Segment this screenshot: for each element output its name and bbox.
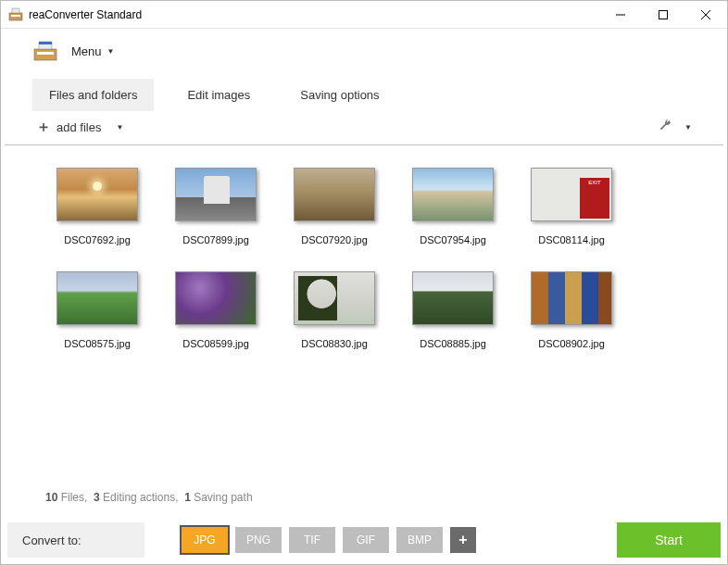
tab-files-and-folders[interactable]: Files and folders [32, 79, 154, 111]
file-name: DSC08885.jpg [407, 338, 499, 349]
thumbnail-image [56, 271, 138, 325]
tab-edit-images[interactable]: Edit images [170, 79, 267, 111]
file-name: DSC07920.jpg [288, 234, 381, 245]
tabs: Files and folders Edit images Saving opt… [1, 79, 727, 111]
file-name: DSC08575.jpg [51, 338, 144, 349]
thumbnail-grid: DSC07692.jpg DSC07899.jpg DSC07920.jpg D… [1, 145, 727, 358]
caret-down-icon: ▼ [107, 47, 115, 56]
thumbnail-image [175, 168, 257, 221]
file-thumbnail[interactable]: DSC07920.jpg [288, 168, 381, 245]
add-format-button[interactable]: + [450, 527, 476, 553]
menubar: Menu ▼ [1, 29, 727, 73]
thumbnail-image [175, 271, 257, 325]
thumbnail-image [56, 168, 138, 221]
status-line: 10 Files, 3 Editing actions, 1 Saving pa… [1, 482, 297, 513]
format-jpg-button[interactable]: JPG [182, 527, 228, 553]
maximize-button[interactable] [642, 1, 684, 28]
file-name: DSC08830.jpg [288, 338, 381, 349]
thumbnail-image [531, 168, 612, 221]
caret-down-icon: ▼ [116, 123, 123, 132]
svg-rect-1 [11, 15, 20, 17]
plus-icon: ＋ [36, 119, 51, 134]
file-thumbnail[interactable]: DSC07954.jpg [407, 168, 499, 245]
status-actions-count: 3 [94, 491, 100, 504]
add-files-button[interactable]: ＋ add files ▼ [36, 119, 123, 134]
format-png-button[interactable]: PNG [235, 527, 282, 553]
file-thumbnail[interactable]: DSC08575.jpg [51, 271, 144, 349]
wrench-icon [659, 119, 672, 135]
svg-rect-10 [39, 42, 52, 44]
file-thumbnail[interactable]: DSC08114.jpg [525, 168, 618, 245]
thumbnail-image [412, 168, 494, 221]
file-thumbnail[interactable]: DSC08599.jpg [169, 271, 262, 349]
titlebar: reaConverter Standard [1, 1, 727, 29]
printer-icon [32, 40, 58, 62]
svg-rect-2 [12, 8, 19, 13]
start-button[interactable]: Start [617, 522, 721, 558]
file-name: DSC08114.jpg [525, 234, 618, 245]
menu-button[interactable]: Menu [71, 44, 102, 58]
file-thumbnail[interactable]: DSC07899.jpg [169, 168, 262, 245]
file-thumbnail[interactable]: DSC08830.jpg [288, 271, 381, 349]
file-name: DSC08902.jpg [525, 338, 618, 349]
caret-down-icon: ▼ [684, 123, 692, 132]
file-thumbnail[interactable]: DSC07692.jpg [51, 168, 144, 245]
bottom-bar: Convert to: JPG PNG TIF GIF BMP + Start [7, 522, 721, 558]
status-paths-count: 1 [184, 491, 191, 504]
file-name: DSC07954.jpg [407, 234, 499, 245]
close-button[interactable] [684, 1, 727, 28]
convert-to-label: Convert to: [7, 522, 144, 558]
format-row: JPG PNG TIF GIF BMP + [182, 527, 476, 553]
window-controls [599, 1, 727, 28]
window-title: reaConverter Standard [29, 8, 599, 21]
app-icon [8, 7, 23, 22]
status-actions-word: Editing actions, [103, 491, 178, 504]
minimize-button[interactable] [599, 1, 642, 28]
format-bmp-button[interactable]: BMP [396, 527, 443, 553]
file-name: DSC07692.jpg [51, 234, 144, 245]
thumbnail-image [412, 271, 494, 325]
file-thumbnail[interactable]: DSC08885.jpg [407, 271, 499, 349]
file-name: DSC08599.jpg [169, 338, 262, 349]
status-files-count: 10 [45, 491, 57, 504]
status-paths-word: Saving path [194, 491, 252, 504]
file-name: DSC07899.jpg [169, 234, 262, 245]
status-files-word: Files, [61, 491, 88, 504]
format-tif-button[interactable]: TIF [289, 527, 335, 553]
format-gif-button[interactable]: GIF [343, 527, 389, 553]
svg-rect-8 [37, 52, 54, 55]
svg-rect-4 [659, 10, 668, 19]
settings-button[interactable]: ▼ [659, 119, 692, 135]
thumbnail-image [294, 271, 375, 325]
tab-saving-options[interactable]: Saving options [283, 79, 395, 111]
thumbnail-image [294, 168, 375, 221]
add-files-label: add files [56, 120, 101, 134]
file-thumbnail[interactable]: DSC08902.jpg [525, 271, 618, 349]
toolbar: ＋ add files ▼ ▼ [5, 111, 723, 145]
thumbnail-image [531, 271, 612, 325]
